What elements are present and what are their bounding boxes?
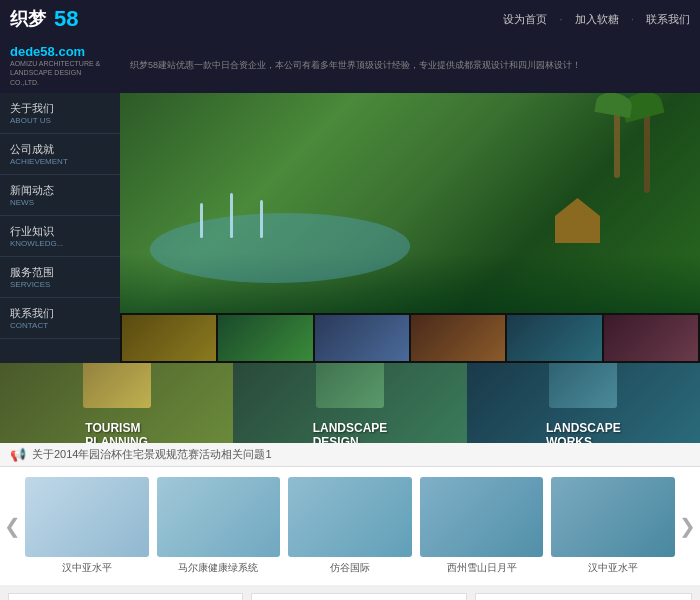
carousel-item-2[interactable]: 仿谷国际	[288, 477, 412, 575]
news-ticker: 📢 关于2014年园治杯住宅景观规范赛活动相关问题1	[0, 443, 700, 467]
carousel-section: ❮ 汉中亚水平马尔康健康绿系统仿谷国际西州雪山日月平汉中亚水平 ❯	[0, 467, 700, 585]
carousel-item-1[interactable]: 马尔康健康绿系统	[157, 477, 281, 575]
carousel-label-4: 汉中亚水平	[551, 561, 675, 575]
carousel-img-3	[420, 477, 544, 557]
panel-en-3: LANDSCAPE	[313, 421, 388, 435]
panel-text-landscape: LANDSCAPE DESIGN 景观设计	[305, 413, 396, 443]
carousel-inner: 汉中亚水平马尔康健康绿系统仿谷国际西州雪山日月平汉中亚水平	[0, 477, 700, 575]
panel-icon-landscape	[316, 363, 384, 408]
ticker-text: 关于2014年园治杯住宅景观规范赛活动相关问题1	[32, 447, 690, 462]
industry-col: 行业知识 NEWS >>更多 ·树脂户建景观规范西施2015-09-29·决处景…	[475, 593, 692, 600]
thumb-1[interactable]	[122, 315, 216, 361]
carousel-label-1: 马尔康健康绿系统	[157, 561, 281, 575]
company-logo: dede58.com AOMIZU ARCHITECTURE & LANDSCA…	[0, 38, 120, 92]
nav-contact-top[interactable]: 联系我们	[646, 12, 690, 27]
carousel-prev[interactable]: ❮	[4, 514, 21, 538]
content-area: 关于我们 ABOUT >>更多 四川傲木建筑景观设计公司创业以来是一家专日企业公…	[0, 585, 700, 600]
about-col: 关于我们 ABOUT >>更多 四川傲木建筑景观设计公司创业以来是一家专日企业公…	[8, 593, 243, 600]
carousel-img-0	[25, 477, 149, 557]
panel-en-1: TOURISM	[85, 421, 148, 435]
panel-en-2: PLANNING	[85, 435, 148, 443]
hero-overlay	[120, 93, 700, 313]
carousel-img-2	[288, 477, 412, 557]
carousel-label-3: 西州雪山日月平	[420, 561, 544, 575]
panel-text-works: LANDSCAPE WORKS 景观工程	[538, 413, 629, 443]
carousel-item-0[interactable]: 汉中亚水平	[25, 477, 149, 575]
carousel-img-4	[551, 477, 675, 557]
panel-en-6: WORKS	[546, 435, 621, 443]
carousel-img-1	[157, 477, 281, 557]
sidebar-item-services[interactable]: 服务范围SERVICES	[0, 257, 120, 298]
panel-tourism[interactable]: TOURISM PLANNING 旅游规划	[0, 363, 233, 443]
thumbnail-strip	[120, 313, 700, 363]
nav-set-home[interactable]: 设为首页	[503, 12, 547, 27]
nav-add-fav[interactable]: 加入软糖	[575, 12, 619, 27]
thumb-6[interactable]	[604, 315, 698, 361]
logo-zhuimeng: 织梦	[10, 7, 46, 31]
company-name-en: AOMIZU ARCHITECTURE & LANDSCAPE DESIGN C…	[10, 59, 110, 86]
carousel-item-4[interactable]: 汉中亚水平	[551, 477, 675, 575]
carousel-label-2: 仿谷国际	[288, 561, 412, 575]
sidebar: 关于我们ABOUT US公司成就ACHIEVEMENT新闻动态NEWS行业知识K…	[0, 93, 120, 363]
carousel-item-3[interactable]: 西州雪山日月平	[420, 477, 544, 575]
thumb-3[interactable]	[315, 315, 409, 361]
logo-58: 58	[54, 6, 78, 32]
main-layout: 关于我们ABOUT US公司成就ACHIEVEMENT新闻动态NEWS行业知识K…	[0, 93, 700, 363]
feature-panels: TOURISM PLANNING 旅游规划 LANDSCAPE DESIGN 景…	[0, 363, 700, 443]
panel-icon-tourism	[83, 363, 151, 408]
company-header: dede58.com AOMIZU ARCHITECTURE & LANDSCA…	[0, 38, 700, 93]
news-col: 新闻动态 NEWS >>更多 ☆佰香农·住一心佳主年年2015-05-21关于2…	[251, 593, 468, 600]
company-name-cn: dede58.com	[10, 44, 110, 59]
sidebar-item-about[interactable]: 关于我们ABOUT US	[0, 93, 120, 134]
carousel-next[interactable]: ❯	[679, 514, 696, 538]
carousel-container: ❮ 汉中亚水平马尔康健康绿系统仿谷国际西州雪山日月平汉中亚水平 ❯	[0, 477, 700, 575]
sidebar-item-achievement[interactable]: 公司成就ACHIEVEMENT	[0, 134, 120, 175]
thumb-2[interactable]	[218, 315, 312, 361]
panel-landscape-works[interactable]: LANDSCAPE WORKS 景观工程	[467, 363, 700, 443]
top-nav: 设为首页 · 加入软糖 · 联系我们	[503, 12, 690, 27]
sidebar-item-knowledge[interactable]: 行业知识KNOWLEDG...	[0, 216, 120, 257]
header: 织梦 58 设为首页 · 加入软糖 · 联系我们	[0, 0, 700, 38]
thumb-5[interactable]	[507, 315, 601, 361]
panel-en-5: LANDSCAPE	[546, 421, 621, 435]
thumb-4[interactable]	[411, 315, 505, 361]
carousel-label-0: 汉中亚水平	[25, 561, 149, 575]
panel-text-tourism: TOURISM PLANNING 旅游规划	[77, 413, 156, 443]
hero-section	[120, 93, 700, 363]
sidebar-item-news[interactable]: 新闻动态NEWS	[0, 175, 120, 216]
company-tagline: 织梦58建站优惠一款中日合资企业，本公司有着多年世界顶级设计经验，专业提供成都景…	[120, 59, 700, 72]
hero-image	[120, 93, 700, 313]
panel-en-4: DESIGN	[313, 435, 388, 443]
speaker-icon: 📢	[10, 447, 26, 462]
panel-icon-works	[549, 363, 617, 408]
logo-area: 织梦 58	[10, 6, 78, 32]
panel-landscape-design[interactable]: LANDSCAPE DESIGN 景观设计	[233, 363, 466, 443]
sidebar-item-contact[interactable]: 联系我们CONTACT	[0, 298, 120, 339]
